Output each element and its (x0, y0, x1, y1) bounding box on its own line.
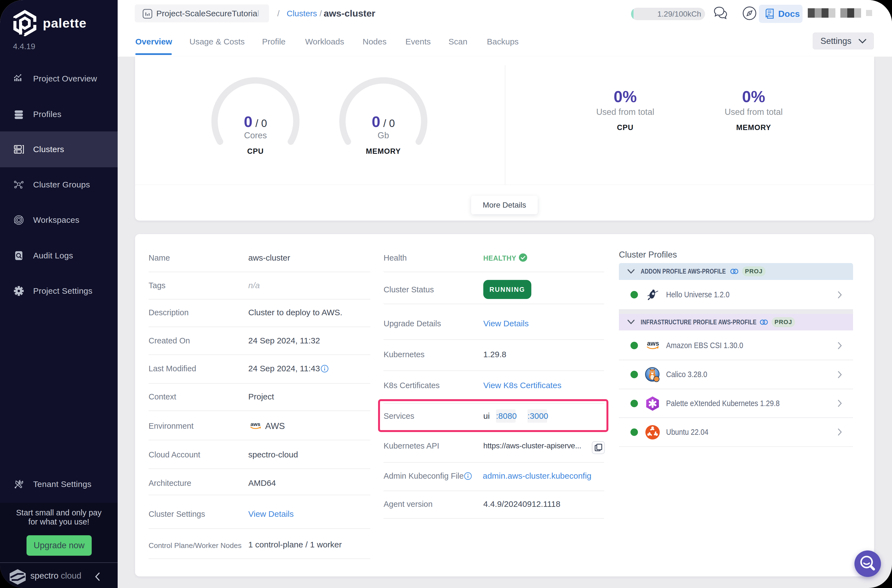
svg-text:aws: aws (251, 421, 260, 427)
svg-text:aws: aws (647, 340, 659, 347)
